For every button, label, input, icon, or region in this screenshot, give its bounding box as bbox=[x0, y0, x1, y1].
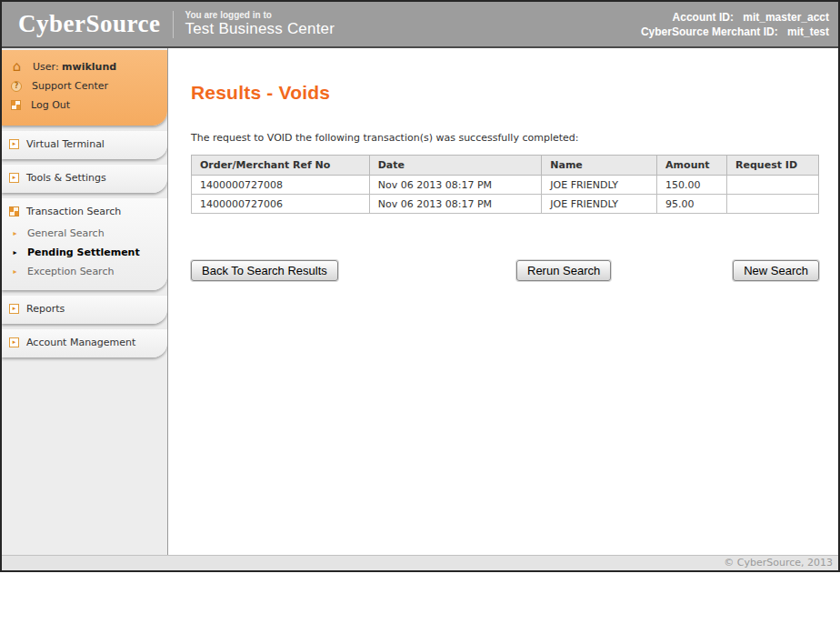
success-message: The request to VOID the following transa… bbox=[191, 132, 838, 144]
results-table: Order/Merchant Ref No Date Name Amount R… bbox=[191, 155, 819, 214]
sidebar-item-exception-search[interactable]: ▸ Exception Search bbox=[9, 262, 162, 281]
sidebar-item-general-search[interactable]: ▸ General Search bbox=[9, 224, 162, 243]
home-icon: ⌂ bbox=[11, 61, 23, 73]
cybersource-logo: CyberSource bbox=[18, 10, 160, 38]
sidebar-section-virtual-terminal: ▸ Virtual Terminal bbox=[2, 131, 167, 159]
user-name: mwiklund bbox=[62, 61, 116, 73]
support-center-link[interactable]: ? Support Center bbox=[9, 76, 162, 96]
log-out-link[interactable]: Log Out bbox=[9, 96, 162, 115]
sidebar-section-transaction-search: Transaction Search ▸ General Search ▸ Pe… bbox=[2, 198, 167, 290]
account-id-row: Account ID: mit_master_acct bbox=[641, 10, 829, 25]
cell-amount: 95.00 bbox=[657, 195, 727, 214]
section-label: Reports bbox=[26, 303, 65, 315]
col-header-date: Date bbox=[369, 156, 542, 176]
account-id-value: mit_master_acct bbox=[743, 11, 829, 24]
user-home-link[interactable]: ⌂ User: mwiklund bbox=[9, 57, 162, 76]
submenu-bullet-icon: ▸ bbox=[10, 229, 20, 237]
table-header-row: Order/Merchant Ref No Date Name Amount R… bbox=[192, 156, 819, 176]
button-row: Back To Search Results Rerun Search New … bbox=[191, 260, 819, 282]
support-center-label: Support Center bbox=[32, 80, 108, 92]
new-search-button[interactable]: New Search bbox=[733, 260, 819, 281]
sidebar-section-account-management: ▸ Account Management bbox=[2, 329, 167, 357]
merchant-id-row: CyberSource Merchant ID: mit_test bbox=[641, 25, 829, 39]
app-window: CyberSource You are logged in to Test Bu… bbox=[0, 0, 840, 572]
cell-ref-no: 1400000727006 bbox=[192, 195, 370, 214]
section-label: Transaction Search bbox=[26, 206, 121, 217]
user-panel: ⌂ User: mwiklund ? Support Center Log Ou… bbox=[2, 50, 167, 126]
logout-icon bbox=[11, 100, 21, 110]
sidebar-item-tools-settings[interactable]: ▸ Tools & Settings bbox=[9, 172, 162, 184]
cell-date: Nov 06 2013 08:17 PM bbox=[369, 195, 542, 214]
submenu-bullet-icon: ▸ bbox=[10, 248, 20, 257]
page-title: Results - Voids bbox=[191, 82, 838, 104]
back-to-search-results-button[interactable]: Back To Search Results bbox=[191, 260, 338, 281]
col-header-name: Name bbox=[542, 156, 657, 176]
cell-request-id bbox=[727, 176, 819, 195]
header: CyberSource You are logged in to Test Bu… bbox=[2, 2, 838, 48]
sidebar: ⌂ User: mwiklund ? Support Center Log Ou… bbox=[2, 48, 168, 555]
sidebar-item-pending-settlement[interactable]: ▸ Pending Settlement bbox=[9, 243, 162, 262]
submenu-label: General Search bbox=[27, 227, 105, 239]
submenu-label: Pending Settlement bbox=[27, 247, 140, 258]
footer: © CyberSource, 2013 bbox=[2, 555, 838, 570]
section-label: Virtual Terminal bbox=[26, 138, 105, 150]
expand-arrow-icon: ▸ bbox=[9, 304, 19, 314]
sidebar-item-virtual-terminal[interactable]: ▸ Virtual Terminal bbox=[9, 138, 162, 150]
account-info: Account ID: mit_master_acct CyberSource … bbox=[641, 10, 829, 39]
sidebar-section-tools-settings: ▸ Tools & Settings bbox=[2, 165, 167, 193]
expanded-section-icon bbox=[9, 206, 19, 216]
sidebar-item-reports[interactable]: ▸ Reports bbox=[9, 303, 162, 315]
body: ⌂ User: mwiklund ? Support Center Log Ou… bbox=[2, 48, 838, 555]
table-row: 1400000727008 Nov 06 2013 08:17 PM JOE F… bbox=[192, 176, 819, 195]
section-label: Account Management bbox=[26, 337, 135, 348]
login-info: You are logged in to Test Business Cente… bbox=[185, 10, 335, 38]
account-id-label: Account ID: bbox=[673, 11, 734, 24]
header-divider bbox=[173, 11, 174, 38]
section-label: Tools & Settings bbox=[26, 172, 106, 184]
expand-arrow-icon: ▸ bbox=[9, 139, 19, 149]
main-content: Results - Voids The request to VOID the … bbox=[168, 48, 838, 555]
sidebar-section-reports: ▸ Reports bbox=[2, 296, 167, 324]
transaction-search-submenu: ▸ General Search ▸ Pending Settlement ▸ … bbox=[9, 224, 162, 281]
log-out-label: Log Out bbox=[31, 99, 70, 111]
page: CyberSource You are logged in to Test Bu… bbox=[0, 0, 840, 634]
sidebar-item-transaction-search[interactable]: Transaction Search bbox=[9, 206, 162, 217]
cell-ref-no: 1400000727008 bbox=[192, 176, 370, 195]
rerun-search-button[interactable]: Rerun Search bbox=[516, 260, 611, 281]
cell-request-id bbox=[727, 195, 819, 214]
expand-arrow-icon: ▸ bbox=[9, 173, 19, 183]
cell-date: Nov 06 2013 08:17 PM bbox=[369, 176, 542, 195]
merchant-id-label: CyberSource Merchant ID: bbox=[641, 25, 778, 38]
cell-name: JOE FRIENDLY bbox=[542, 195, 657, 214]
table-row: 1400000727006 Nov 06 2013 08:17 PM JOE F… bbox=[192, 195, 819, 214]
merchant-id-value: mit_test bbox=[787, 25, 829, 38]
submenu-bullet-icon: ▸ bbox=[10, 267, 20, 276]
help-icon: ? bbox=[11, 81, 22, 92]
col-header-ref-no: Order/Merchant Ref No bbox=[192, 156, 370, 176]
copyright-text: © CyberSource, 2013 bbox=[724, 557, 833, 569]
col-header-request-id: Request ID bbox=[727, 156, 819, 176]
logged-in-label: You are logged in to bbox=[185, 10, 335, 20]
cell-name: JOE FRIENDLY bbox=[542, 176, 657, 195]
sidebar-item-account-management[interactable]: ▸ Account Management bbox=[9, 337, 162, 348]
submenu-label: Exception Search bbox=[27, 266, 114, 277]
col-header-amount: Amount bbox=[657, 156, 727, 176]
expand-arrow-icon: ▸ bbox=[9, 337, 19, 347]
cell-amount: 150.00 bbox=[657, 176, 727, 195]
app-name: Test Business Center bbox=[185, 20, 335, 38]
user-label: User: mwiklund bbox=[33, 61, 116, 73]
